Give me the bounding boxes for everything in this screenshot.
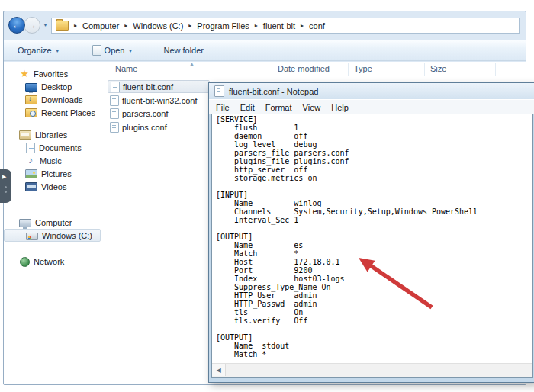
breadcrumb-conf[interactable]: conf — [309, 21, 325, 31]
sidebar-item-recent-places[interactable]: Recent Places — [4, 106, 105, 119]
new-folder-button[interactable]: New folder — [159, 43, 208, 57]
breadcrumb-fluent-bit[interactable]: fluent-bit — [263, 21, 295, 31]
organize-button[interactable]: Organize ▼ — [13, 43, 65, 57]
address-bar[interactable]: ▸ Computer ▸ Windows (C:) ▸ Program File… — [51, 18, 520, 34]
documents-icon — [26, 143, 35, 153]
sidebar-item-libraries[interactable]: Libraries — [4, 128, 105, 141]
new-folder-label: New folder — [163, 46, 204, 55]
sidebar-item-computer[interactable]: Computer — [4, 216, 105, 229]
libraries-icon — [19, 130, 31, 140]
menu-edit[interactable]: Edit — [235, 101, 260, 114]
sidebar-item-videos[interactable]: Videos — [4, 180, 105, 193]
column-header-type[interactable]: Type — [354, 64, 372, 73]
side-panel-handle[interactable] — [0, 169, 11, 203]
computer-icon — [19, 219, 31, 227]
breadcrumb-separator-icon: ▸ — [301, 22, 304, 29]
sidebar-item-music[interactable]: ♪ Music — [4, 154, 105, 167]
chevron-down-icon: ▼ — [128, 48, 134, 53]
column-header-date-modified[interactable]: Date modified — [278, 64, 330, 73]
hard-drive-icon — [26, 233, 38, 240]
toolbar: Organize ▼ Open ▼ New folder — [4, 40, 526, 61]
recent-places-icon — [25, 108, 37, 117]
column-header-size[interactable]: Size — [430, 64, 446, 73]
menu-format[interactable]: Format — [260, 101, 298, 114]
scroll-left-icon[interactable]: ◀ — [212, 364, 226, 376]
sidebar-item-documents[interactable]: Documents — [4, 141, 105, 154]
file-row-fluent-bit-win32-conf[interactable]: fluent-bit-win32.conf — [108, 94, 210, 107]
horizontal-scrollbar[interactable]: ◀ — [212, 363, 532, 377]
column-header-name[interactable]: Name — [115, 64, 137, 73]
sidebar-item-pictures[interactable]: Pictures — [4, 167, 105, 180]
breadcrumb-computer[interactable]: Computer — [82, 21, 119, 31]
document-icon — [110, 95, 119, 106]
breadcrumb-separator-icon: ▸ — [124, 22, 127, 29]
sidebar-item-downloads[interactable]: Downloads — [4, 93, 105, 106]
file-page-icon — [92, 45, 101, 56]
file-row-fluent-bit-conf[interactable]: fluent-bit.conf — [108, 80, 210, 93]
organize-label: Organize — [18, 46, 52, 55]
file-row-plugins-conf[interactable]: plugins.conf — [108, 120, 210, 133]
menu-view[interactable]: View — [298, 101, 327, 114]
sidebar-item-network[interactable]: Network — [4, 255, 105, 268]
file-row-parsers-conf[interactable]: parsers.conf — [108, 107, 210, 120]
document-icon — [110, 108, 119, 119]
notepad-title: fluent-bit.conf - Notepad — [229, 87, 318, 96]
downloads-icon — [25, 95, 37, 104]
history-chevron-down-icon[interactable]: ▼ — [43, 22, 48, 27]
desktop-icon — [25, 83, 37, 92]
sidebar-item-desktop[interactable]: Desktop — [4, 80, 105, 93]
star-icon: ★ — [19, 69, 30, 79]
music-icon: ♪ — [25, 156, 36, 165]
sort-ascending-icon: ▲ — [189, 61, 195, 66]
network-icon — [20, 257, 30, 267]
column-headers: Name ▲ Date modified Type Size — [106, 62, 526, 77]
document-icon — [111, 82, 120, 92]
notepad-menu-bar: File Edit Format View Help — [209, 99, 534, 114]
breadcrumb-separator-icon: ▸ — [255, 22, 258, 29]
videos-icon — [25, 182, 37, 191]
folder-icon — [56, 21, 69, 31]
breadcrumb-separator-icon: ▸ — [188, 22, 191, 29]
notepad-content[interactable]: [SERVICE] flush 1 daemon off log_level d… — [212, 114, 532, 358]
navigation-bar: ← → ▼ ▸ Computer ▸ Windows (C:) ▸ Progra… — [4, 11, 526, 40]
breadcrumb-separator-icon: ▸ — [74, 22, 77, 29]
sidebar-item-favorites[interactable]: ★ Favorites — [4, 67, 105, 80]
screen: ← → ▼ ▸ Computer ▸ Windows (C:) ▸ Progra… — [0, 0, 534, 392]
pictures-icon — [25, 169, 37, 178]
sidebar-item-windows-c[interactable]: Windows (C:) — [4, 229, 101, 242]
notepad-title-bar[interactable]: fluent-bit.conf - Notepad — [209, 83, 534, 99]
notepad-icon — [214, 85, 224, 97]
notepad-text-area[interactable]: [SERVICE] flush 1 daemon off log_level d… — [211, 114, 533, 378]
forward-icon[interactable]: → — [24, 17, 40, 34]
document-icon — [110, 122, 119, 133]
chevron-down-icon: ▼ — [55, 48, 60, 53]
menu-file[interactable]: File — [211, 101, 235, 114]
navigation-pane: ★ Favorites Desktop Downloads Recent Pla… — [4, 62, 105, 384]
notepad-window: fluent-bit.conf - Notepad File Edit Form… — [208, 82, 534, 383]
breadcrumb-windows-c[interactable]: Windows (C:) — [133, 21, 183, 31]
menu-help[interactable]: Help — [326, 101, 354, 114]
back-icon[interactable]: ← — [8, 17, 25, 34]
breadcrumb-program-files[interactable]: Program Files — [197, 21, 249, 31]
open-button[interactable]: Open ▼ — [88, 43, 138, 58]
open-label: Open — [105, 46, 125, 55]
